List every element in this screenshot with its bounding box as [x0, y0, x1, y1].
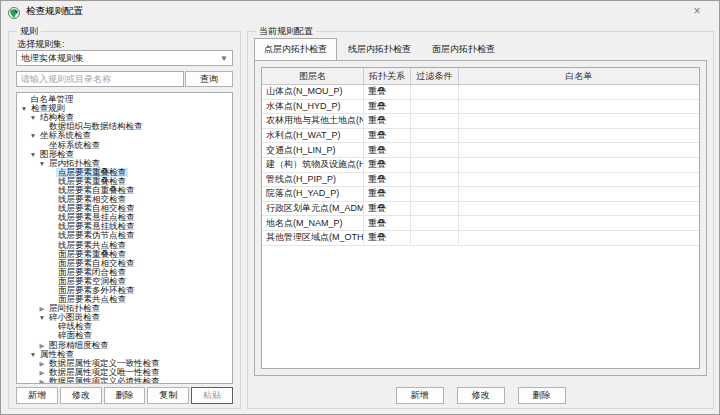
expand-arrow-icon: ▶: [37, 368, 47, 377]
table-row[interactable]: 行政区划单元点(M_ADM_P)重叠: [262, 202, 699, 217]
rule-button-row: 新增修改删除复制粘贴: [16, 387, 233, 404]
topology-tab-strip: 点层内拓扑检查线层内拓扑检查面层内拓扑检查: [254, 42, 707, 60]
close-icon[interactable]: ×: [682, 1, 712, 21]
delete-button[interactable]: 删除: [104, 387, 146, 404]
query-button[interactable]: 查询: [185, 71, 233, 87]
rule-tree: 白名单管理▼检查规则▼结构检查数据组织与数据结构检查▼坐标系统检查坐标系统检查▼…: [16, 92, 233, 384]
rule-search-input[interactable]: [16, 71, 184, 87]
topology-cell: 重叠: [364, 114, 411, 128]
rules-group: 规则 选择规则集: 地理实体规则集 ▼ 查询 白名单管理▼检查规则▼结构检查数据…: [8, 31, 241, 409]
table-row[interactable]: 农林用地与其他土地点(N_AGR_P)重叠: [262, 114, 699, 129]
whitelist-cell: [459, 158, 699, 172]
table-row[interactable]: 水利点(H_WAT_P)重叠: [262, 129, 699, 144]
topology-cell: 重叠: [364, 187, 411, 201]
tree-item[interactable]: ▶数据层属性项定义必填性检查: [17, 377, 232, 384]
filter-cell: [411, 231, 459, 245]
layer-cell: 建（构）筑物及设施点(H_BIU_P): [262, 158, 364, 172]
topology-cell: 重叠: [364, 85, 411, 99]
whitelist-cell: [459, 173, 699, 187]
config-modify-button[interactable]: 修改: [457, 387, 505, 404]
filter-cell: [411, 114, 459, 128]
app-icon: [8, 5, 20, 17]
collapse-arrow-icon: ▼: [28, 113, 38, 122]
rules-group-title: 规则: [17, 25, 41, 37]
topology-cell: 重叠: [364, 143, 411, 157]
whitelist-cell: [459, 85, 699, 99]
layer-cell: 管线点(H_PIP_P): [262, 173, 364, 187]
filter-cell: [411, 100, 459, 114]
table-row[interactable]: 建（构）筑物及设施点(H_BIU_P)重叠: [262, 158, 699, 173]
title-bar: 检查规则配置 ×: [1, 1, 719, 21]
topology-cell: 重叠: [364, 173, 411, 187]
whitelist-cell: [459, 143, 699, 157]
expand-arrow-icon: ▶: [37, 304, 47, 313]
layer-cell: 山体点(N_MOU_P): [262, 85, 364, 99]
window-title: 检查规则配置: [26, 5, 83, 18]
layer-cell: 水体点(N_HYD_P): [262, 100, 364, 114]
tree-item[interactable]: ▼碎小图斑检查: [17, 313, 232, 322]
table-header: 图层名拓扑关系过滤条件白名单: [262, 68, 699, 85]
whitelist-cell: [459, 187, 699, 201]
layer-cell: 交通点(H_LIN_P): [262, 143, 364, 157]
layer-cell: 其他管理区域点(M_OTH_P): [262, 231, 364, 245]
whitelist-cell: [459, 216, 699, 230]
ruleset-dropdown[interactable]: 地理实体规则集 ▼: [16, 50, 233, 66]
topology-cell: 重叠: [364, 129, 411, 143]
collapse-arrow-icon: ▼: [28, 350, 38, 359]
rules-table: 图层名拓扑关系过滤条件白名单 山体点(N_MOU_P)重叠水体点(N_HYD_P…: [261, 67, 700, 369]
tab-polygon-topology[interactable]: 面层内拓扑检查: [422, 39, 505, 60]
expand-arrow-icon: ▶: [37, 377, 47, 384]
ruleset-selected-value: 地理实体规则集: [21, 52, 84, 65]
table-row[interactable]: 其他管理区域点(M_OTH_P)重叠: [262, 231, 699, 246]
topology-cell: 重叠: [364, 202, 411, 216]
tab-page: 图层名拓扑关系过滤条件白名单 山体点(N_MOU_P)重叠水体点(N_HYD_P…: [254, 60, 707, 376]
whitelist-cell: [459, 202, 699, 216]
table-row[interactable]: 水体点(N_HYD_P)重叠: [262, 100, 699, 115]
column-header: 图层名: [262, 68, 364, 84]
layer-cell: 院落点(H_YAD_P): [262, 187, 364, 201]
table-row[interactable]: 山体点(N_MOU_P)重叠: [262, 85, 699, 100]
copy-button[interactable]: 复制: [147, 387, 189, 404]
whitelist-cell: [459, 100, 699, 114]
tab-point-topology[interactable]: 点层内拓扑检查: [254, 38, 337, 60]
table-body: 山体点(N_MOU_P)重叠水体点(N_HYD_P)重叠农林用地与其他土地点(N…: [262, 85, 699, 246]
collapse-arrow-icon: ▼: [28, 150, 38, 159]
topology-cell: 重叠: [364, 216, 411, 230]
filter-cell: [411, 143, 459, 157]
layer-cell: 农林用地与其他土地点(N_AGR_P): [262, 114, 364, 128]
filter-cell: [411, 158, 459, 172]
collapse-arrow-icon: ▼: [19, 104, 29, 113]
filter-cell: [411, 216, 459, 230]
expand-arrow-icon: ▶: [37, 359, 47, 368]
table-row[interactable]: 院落点(H_YAD_P)重叠: [262, 187, 699, 202]
collapse-arrow-icon: ▼: [28, 131, 38, 140]
whitelist-cell: [459, 129, 699, 143]
collapse-arrow-icon: ▼: [37, 313, 47, 322]
filter-cell: [411, 173, 459, 187]
modify-button[interactable]: 修改: [60, 387, 102, 404]
new-button[interactable]: 新增: [16, 387, 58, 404]
tab-line-topology[interactable]: 线层内拓扑检查: [338, 39, 421, 60]
table-row[interactable]: 地名点(M_NAM_P)重叠: [262, 216, 699, 231]
config-new-button[interactable]: 新增: [396, 387, 444, 404]
layer-cell: 地名点(M_NAM_P): [262, 216, 364, 230]
table-row[interactable]: 管线点(H_PIP_P)重叠: [262, 173, 699, 188]
tree-item-label: 数据层属性项定义必填性检查: [47, 377, 162, 384]
topology-cell: 重叠: [364, 100, 411, 114]
table-row[interactable]: 交通点(H_LIN_P)重叠: [262, 143, 699, 158]
paste-button[interactable]: 粘贴: [191, 387, 233, 404]
config-button-row: 新增修改删除: [248, 387, 713, 404]
topology-cell: 重叠: [364, 158, 411, 172]
collapse-arrow-icon: ▼: [37, 159, 47, 168]
filter-cell: [411, 129, 459, 143]
filter-cell: [411, 187, 459, 201]
layer-cell: 水利点(H_WAT_P): [262, 129, 364, 143]
whitelist-cell: [459, 114, 699, 128]
tree-item[interactable]: 碎线检查: [17, 322, 232, 331]
filter-cell: [411, 202, 459, 216]
current-config-group-title: 当前规则配置: [256, 25, 316, 37]
config-delete-button[interactable]: 删除: [518, 387, 566, 404]
column-header: 拓扑关系: [364, 68, 411, 84]
whitelist-cell: [459, 231, 699, 245]
topology-cell: 重叠: [364, 231, 411, 245]
